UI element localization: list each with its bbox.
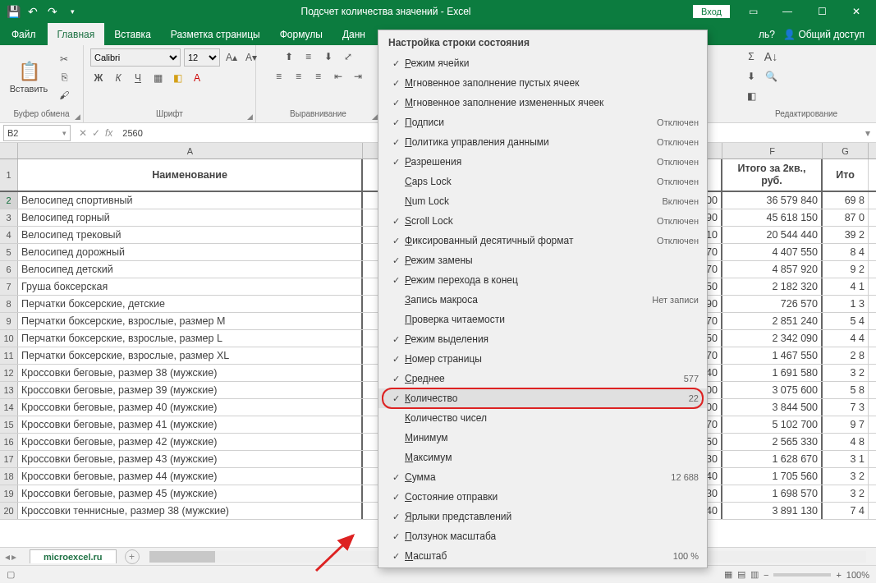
new-sheet-button[interactable]: + [125,549,140,564]
cancel-formula-icon[interactable]: ✕ [79,127,87,139]
row-header[interactable]: 13 [0,382,18,398]
context-menu-item[interactable]: ✓ Подписи Отключен [378,113,707,132]
cell[interactable]: Кроссовки беговые, размер 42 (мужские) [18,434,363,450]
dialog-launcher-icon[interactable]: ◢ [372,113,378,121]
row-header[interactable]: 14 [0,399,18,416]
increase-font-icon[interactable]: A▴ [223,49,240,66]
cell[interactable]: Перчатки боксерские, детские [18,296,363,312]
enter-formula-icon[interactable]: ✓ [92,127,100,139]
view-pagelayout-icon[interactable]: ▤ [737,569,745,580]
col-header-A[interactable]: A [18,143,363,158]
context-menu-item[interactable]: ✓ Режим замены [378,250,707,270]
cell[interactable]: 4 4 [823,330,869,347]
cell[interactable]: Велосипед горный [18,209,363,226]
row-header[interactable]: 5 [0,244,18,260]
clear-icon[interactable]: ◧ [743,88,759,104]
tab-data[interactable]: Данн [333,23,375,45]
cell[interactable]: Велосипед дорожный [18,244,363,260]
cell[interactable]: 1 691 580 [722,365,823,381]
context-menu-item[interactable]: ✓ Ползунок масштаба [378,526,707,546]
row-header[interactable]: 17 [0,451,18,467]
autosum-icon[interactable]: Σ [743,48,759,65]
align-right-icon[interactable]: ≡ [310,68,327,85]
context-menu-item[interactable]: ✓ Режим выделения [378,329,707,349]
fill-color-icon[interactable]: ◧ [169,70,186,86]
align-center-icon[interactable]: ≡ [291,68,307,85]
zoom-in-icon[interactable]: + [836,570,841,580]
dialog-launcher-icon[interactable]: ◢ [75,113,80,121]
cell[interactable]: Ито [823,159,869,191]
context-menu-item[interactable]: ✓ Scroll Lock Отключен [378,211,707,231]
cell[interactable]: 5 8 [823,382,869,398]
context-menu-item[interactable]: Максимум [378,448,707,467]
close-icon[interactable]: ✕ [840,2,873,21]
row-header[interactable]: 20 [0,503,18,519]
select-all-corner[interactable] [0,143,18,158]
minimize-icon[interactable]: — [771,2,804,21]
context-menu-item[interactable]: Минимум [378,428,707,448]
align-middle-icon[interactable]: ≡ [300,48,317,65]
row-header[interactable]: 1 [0,159,18,191]
row-header[interactable]: 12 [0,365,18,381]
dialog-launcher-icon[interactable]: ◢ [247,113,253,121]
col-header-G[interactable]: G [823,143,869,158]
sort-filter-icon[interactable]: A↓ [763,48,779,65]
fx-icon[interactable]: fx [105,127,112,139]
context-menu-item[interactable]: ✓ Мгновенное заполнение измененных ячеек [378,93,707,113]
context-menu-item[interactable]: ✓ Политика управления данными Отключен [378,132,707,152]
tab-formulas[interactable]: Формулы [270,23,333,45]
zoom-slider[interactable] [773,573,831,577]
context-menu-item[interactable]: ✓ Режим ячейки [378,53,707,73]
cell[interactable]: Велосипед детский [18,261,363,278]
orientation-icon[interactable]: ⤢ [340,48,356,65]
cell[interactable]: Кроссовки беговые, размер 39 (мужские) [18,382,363,398]
font-name-select[interactable]: Calibri [90,48,181,67]
context-menu-item[interactable]: ✓ Масштаб 100 % [378,546,707,566]
context-menu-item[interactable]: ✓ Состояние отправки [378,487,707,507]
tab-insert[interactable]: Вставка [104,23,161,45]
row-header[interactable]: 4 [0,227,18,243]
formula-expand-icon[interactable]: ▾ [860,127,876,139]
format-painter-icon[interactable]: 🖌 [56,87,72,103]
cell[interactable]: 36 579 840 [722,192,823,209]
cell[interactable]: 7 3 [823,399,869,416]
borders-icon[interactable]: ▦ [149,70,166,86]
cell[interactable]: 2 182 320 [722,278,823,295]
font-size-select[interactable]: 12 [184,48,220,67]
tab-home[interactable]: Главная [48,23,105,45]
context-menu-item[interactable]: ✓ Режим перехода в конец [378,270,707,290]
ribbon-options-icon[interactable]: ▭ [736,2,769,21]
cell[interactable]: Кроссовки беговые, размер 38 (мужские) [18,365,363,381]
cell[interactable]: 4 8 [823,434,869,450]
cell[interactable]: 5 102 700 [722,416,823,433]
cell[interactable]: 2 565 330 [722,434,823,450]
context-menu-item[interactable]: Запись макроса Нет записи [378,290,707,310]
cell[interactable]: Перчатки боксерские, взрослые, размер XL [18,347,363,364]
cell[interactable]: 8 4 [823,244,869,260]
underline-button[interactable]: Ч [130,70,146,86]
zoom-out-icon[interactable]: − [764,570,768,580]
row-header[interactable]: 6 [0,261,18,278]
row-header[interactable]: 11 [0,347,18,364]
cell[interactable]: 3 1 [823,451,869,467]
italic-button[interactable]: К [110,70,126,86]
row-header[interactable]: 8 [0,296,18,312]
tell-me[interactable]: ль? [759,29,775,40]
view-pagebreak-icon[interactable]: ▥ [750,569,759,580]
cell[interactable]: Перчатки боксерские, взрослые, размер L [18,330,363,347]
row-header[interactable]: 7 [0,278,18,295]
row-header[interactable]: 16 [0,434,18,450]
cell[interactable]: Кроссовки беговые, размер 43 (мужские) [18,451,363,467]
qat-customize-icon[interactable]: ▾ [64,3,80,20]
cell[interactable]: Наименование [18,159,363,191]
cell[interactable]: Кроссовки беговые, размер 41 (мужские) [18,416,363,433]
cell[interactable]: 3 2 [823,485,869,502]
cell[interactable]: 4 1 [823,278,869,295]
cell[interactable]: Велосипед спортивный [18,192,363,209]
save-icon[interactable]: 💾 [5,3,21,20]
row-header[interactable]: 9 [0,313,18,329]
cell[interactable]: 2 851 240 [722,313,823,329]
cell[interactable]: 1 698 570 [722,485,823,502]
cell[interactable]: 1 3 [823,296,869,312]
cell[interactable]: Кроссовки беговые, размер 40 (мужские) [18,399,363,416]
